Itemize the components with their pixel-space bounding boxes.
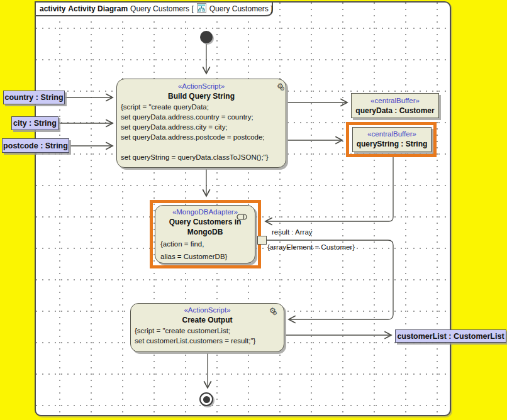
gear-icon: ⚙⚙	[269, 307, 281, 314]
mongo-script: {action = find, alias = CustomerDB}	[155, 237, 255, 263]
parameter-country[interactable]: country : String	[3, 91, 65, 104]
parameter-country-label: country : String	[4, 93, 63, 102]
querystring-stereotype: «centralBuffer»	[353, 128, 431, 139]
final-node[interactable]	[199, 392, 213, 406]
parameter-city[interactable]: city : String	[11, 116, 58, 130]
createoutput-script: {script = "create customerList; set cust…	[131, 325, 284, 346]
activity-diagram-icon	[197, 3, 206, 14]
central-buffer-querystring[interactable]: «centralBuffer» queryString : String	[352, 127, 432, 152]
parameter-city-label: city : String	[13, 119, 57, 128]
behavior-pill-icon	[237, 211, 247, 223]
frame-diagram-ref: Query Customers ]	[209, 4, 273, 13]
initial-node[interactable]	[200, 31, 213, 43]
parameter-postcode-label: postcode : String	[3, 141, 68, 150]
edge-result-to-createoutput[interactable]	[267, 240, 393, 319]
build-name: Build Query String	[117, 91, 286, 101]
central-buffer-querydata[interactable]: «centralBuffer» queryData : Customer	[351, 93, 439, 118]
frame-diagram-type: Activity Diagram	[68, 4, 128, 13]
result-flow-label: result : Array	[272, 228, 313, 236]
action-query-customers-mongodb[interactable]: «MongoDBAdapter» Query Customers in Mong…	[155, 205, 255, 263]
build-stereotype: «ActionScript»	[117, 79, 286, 91]
frame-keyword: activity	[40, 4, 65, 13]
createoutput-stereotype: «ActionScript»	[131, 304, 284, 315]
final-node-dot	[203, 396, 210, 403]
querystring-name: queryString : String	[353, 139, 431, 149]
mongo-name: Query Customers in MongoDB	[164, 217, 246, 237]
result-output-pin[interactable]	[257, 236, 267, 245]
parameter-postcode[interactable]: postcode : String	[2, 138, 69, 153]
edge-querystring-to-mongo[interactable]	[265, 157, 393, 221]
action-build-query-string[interactable]: «ActionScript» Build Query String {scrip…	[116, 79, 286, 168]
gear-icon: ⚙⚙	[277, 82, 289, 90]
build-script: {script = "create queryData; set queryDa…	[117, 101, 286, 162]
result-constraint-label: {arrayElement = Customer}	[267, 243, 355, 251]
magicdraw-activity-diagram: { "frame": { "keyword": "activity", "dia…	[0, 0, 507, 420]
frame-diagram-name: Query Customers [	[130, 4, 194, 13]
action-create-output[interactable]: «ActionScript» Create Output {script = "…	[130, 303, 284, 352]
createoutput-name: Create Output	[131, 315, 284, 325]
querydata-stereotype: «centralBuffer»	[352, 94, 438, 106]
parameter-customerlist-label: customerList : CustomerList	[397, 332, 504, 341]
frame-title: activity Activity Diagram Query Customer…	[40, 4, 272, 14]
parameter-customerlist[interactable]: customerList : CustomerList	[395, 329, 506, 343]
querydata-name: queryData : Customer	[352, 106, 438, 116]
